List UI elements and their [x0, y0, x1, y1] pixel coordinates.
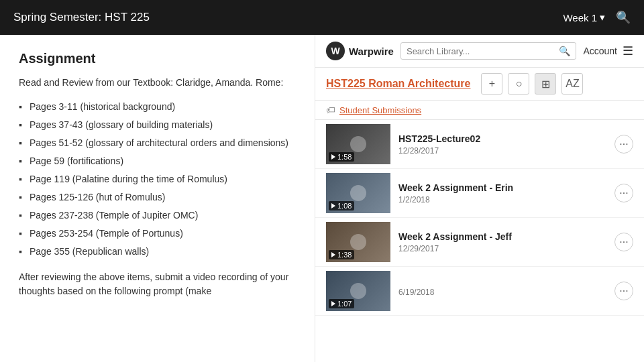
video-item: 1:38 Week 2 Assignment - Jeff 12/29/2017…	[315, 218, 644, 267]
warpwire-logo: W Warpwire	[326, 42, 394, 60]
video-item: 1:07 6/19/2018 ···	[315, 267, 644, 316]
assignment-intro: Read and Review from our Textbook: Clari…	[19, 76, 296, 90]
play-icon	[331, 203, 335, 208]
video-info: Week 2 Assignment - Erin 1/2/2018	[398, 182, 606, 204]
video-title: HST225-Lecture02	[398, 133, 606, 144]
video-title: Week 2 Assignment - Jeff	[398, 231, 606, 242]
list-item: Pages 237-238 (Temple of Jupiter OMC)	[19, 206, 296, 225]
play-icon	[331, 252, 335, 257]
video-info: 6/19/2018	[398, 286, 606, 297]
video-info: HST225-Lecture02 12/28/2017	[398, 133, 606, 156]
week-selector[interactable]: Week 1 ▾	[563, 11, 605, 23]
top-bar: Spring Semester: HST 225 Week 1 ▾ 🔍	[0, 0, 644, 35]
play-icon	[331, 301, 335, 306]
search-icon-top[interactable]: 🔍	[616, 10, 631, 25]
account-label: Account	[583, 46, 617, 56]
search-icon: 🔍	[559, 46, 570, 56]
video-duration: 1:08	[329, 201, 354, 210]
warpwire-logo-text: Warpwire	[349, 46, 394, 57]
list-item: Page 355 (Republican walls)	[19, 243, 296, 261]
student-submissions-tag[interactable]: Student Submissions	[339, 105, 421, 115]
top-bar-right: Week 1 ▾ 🔍	[563, 10, 631, 25]
list-item: Pages 125-126 (hut of Romulus)	[19, 188, 296, 206]
video-date: 12/28/2017	[398, 146, 606, 156]
video-date: 6/19/2018	[398, 288, 606, 297]
video-more-button[interactable]: ···	[614, 135, 633, 154]
video-thumbnail: 1:38	[326, 222, 390, 262]
video-more-button[interactable]: ···	[614, 282, 633, 300]
circle-button[interactable]: ○	[508, 73, 529, 95]
search-input[interactable]	[407, 46, 555, 56]
search-box[interactable]: 🔍	[400, 42, 576, 60]
library-title-bar: HST225 Roman Architecture + ○ ⊞ AZ	[315, 68, 644, 101]
video-title: Week 2 Assignment - Erin	[398, 182, 606, 193]
right-panel: W Warpwire 🔍 Account ☰ HST225 Roman Arch…	[315, 35, 644, 362]
video-item: 1:58 HST225-Lecture02 12/28/2017 ···	[315, 120, 644, 169]
video-more-button[interactable]: ···	[614, 184, 633, 202]
video-duration: 1:38	[329, 250, 354, 259]
list-item: Pages 37-43 (glossary of building materi…	[19, 116, 296, 134]
left-panel: Assignment Read and Review from our Text…	[0, 35, 315, 362]
warpwire-header: W Warpwire 🔍 Account ☰	[315, 35, 644, 68]
list-item: Page 59 (fortifications)	[19, 152, 296, 170]
grid-button[interactable]: ⊞	[535, 73, 556, 95]
warpwire-logo-icon: W	[326, 42, 345, 60]
assignment-footer: After reviewing the above items, submit …	[19, 270, 296, 298]
video-list: 1:58 HST225-Lecture02 12/28/2017 ··· 1:0…	[315, 120, 644, 362]
az-sort-button[interactable]: AZ	[561, 73, 583, 95]
video-thumbnail: 1:58	[326, 124, 390, 164]
list-item: Pages 3-11 (historical background)	[19, 98, 296, 116]
list-item: Page 119 (Palatine during the time of Ro…	[19, 170, 296, 188]
chevron-down-icon: ▾	[600, 11, 605, 23]
video-date: 12/29/2017	[398, 244, 606, 253]
course-title: Spring Semester: HST 225	[13, 11, 150, 24]
tag-icon: 🏷	[326, 105, 335, 115]
video-date: 1/2/2018	[398, 195, 606, 204]
week-label: Week 1	[563, 12, 597, 23]
list-item: Pages 51-52 (glossary of architectural o…	[19, 134, 296, 152]
assignment-heading: Assignment	[19, 51, 296, 66]
list-item: Pages 253-254 (Temple of Portunus)	[19, 225, 296, 243]
add-button[interactable]: +	[481, 73, 502, 95]
hamburger-icon: ☰	[623, 44, 633, 58]
video-item: 1:08 Week 2 Assignment - Erin 1/2/2018 ·…	[315, 169, 644, 218]
video-info: Week 2 Assignment - Jeff 12/29/2017	[398, 231, 606, 253]
play-icon	[331, 154, 335, 160]
assignment-list: Pages 3-11 (historical background) Pages…	[19, 98, 296, 261]
main-layout: Assignment Read and Review from our Text…	[0, 35, 644, 362]
account-button[interactable]: Account ☰	[583, 44, 633, 58]
video-thumbnail: 1:08	[326, 173, 390, 213]
video-more-button[interactable]: ···	[614, 233, 633, 251]
tags-row: 🏷 Student Submissions	[315, 101, 644, 120]
library-title: HST225 Roman Architecture	[326, 78, 470, 90]
video-duration: 1:58	[329, 152, 354, 162]
video-thumbnail: 1:07	[326, 271, 390, 311]
video-duration: 1:07	[329, 299, 354, 308]
